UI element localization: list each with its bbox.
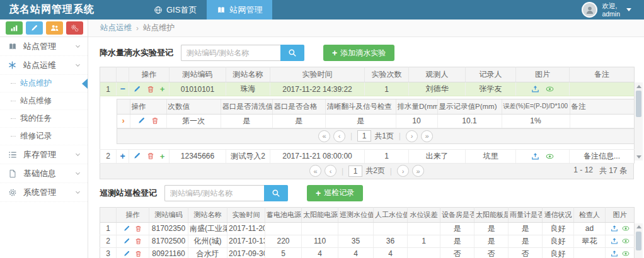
- cell-rain-gauge: 是: [509, 222, 543, 235]
- edit-button[interactable]: [26, 21, 43, 35]
- sidebar-item-my-tasks[interactable]: 我的任务: [0, 110, 88, 128]
- upload-icon[interactable]: [611, 237, 618, 245]
- edit-icon[interactable]: [134, 86, 141, 93]
- scroll-up-arrow[interactable]: [635, 223, 643, 231]
- edit-icon[interactable]: [124, 250, 130, 257]
- caret-down-icon[interactable]: [626, 8, 631, 11]
- patrol-search-input[interactable]: [164, 185, 264, 201]
- prev-page-button[interactable]: ‹: [325, 165, 336, 177]
- add-sub-record-icon[interactable]: +: [160, 152, 165, 160]
- edit-icon[interactable]: [124, 225, 130, 232]
- table-row: 1 − + 01010101 珠海 2017-11-22 14:39:22 1 …: [100, 82, 635, 96]
- sidebar-item-label: 基础信息: [23, 168, 56, 179]
- nav-station-manage[interactable]: 站网管理: [207, 0, 272, 20]
- cell-test-time: 2017-11-21 08:00:00: [270, 149, 365, 163]
- upload-icon[interactable]: [611, 250, 618, 257]
- cell-solar: 4: [302, 247, 338, 258]
- next-page-button[interactable]: ›: [406, 130, 418, 142]
- add-patrol-record-button[interactable]: + 巡检记录: [307, 185, 363, 201]
- cell-station-name: 化州(城): [188, 235, 227, 247]
- col-station-name: 测站名称: [188, 207, 227, 222]
- user-menu[interactable]: 欢迎, admin: [582, 0, 644, 20]
- stats-button[interactable]: [6, 21, 23, 35]
- trash-icon[interactable]: [151, 117, 159, 125]
- eye-icon[interactable]: [622, 237, 630, 245]
- cell-station-code: 80921160: [149, 247, 188, 258]
- chevron-down-icon: [74, 151, 81, 158]
- tree-dash: [11, 101, 16, 101]
- cell-rain-gauge: 否: [509, 247, 543, 258]
- breadcrumb-parent[interactable]: 站点运维: [100, 23, 132, 33]
- cell-washed: 是: [221, 114, 272, 128]
- last-page-button[interactable]: »: [421, 130, 433, 142]
- search-button[interactable]: [280, 45, 304, 61]
- eye-icon[interactable]: [622, 250, 630, 257]
- eye-icon[interactable]: [622, 225, 630, 232]
- cell-manual: 4: [374, 247, 408, 258]
- trash-icon[interactable]: [135, 250, 142, 257]
- trash-icon[interactable]: [147, 152, 154, 160]
- last-page-button[interactable]: »: [412, 165, 424, 177]
- sidebar-item-system[interactable]: 系统管理: [0, 183, 88, 202]
- sidebar-item-repair-records[interactable]: 维修记录: [0, 128, 88, 145]
- chevron-down-icon: [74, 43, 81, 50]
- scrollbar-thumb[interactable]: [636, 91, 641, 117]
- scrollbar-thumb[interactable]: [636, 232, 641, 250]
- collapse-row-toggle[interactable]: −: [120, 84, 125, 94]
- expand-row-toggle[interactable]: +: [120, 151, 125, 161]
- scroll-up-arrow[interactable]: [635, 82, 643, 90]
- add-drip-test-button[interactable]: + 添加滴水实验: [323, 45, 394, 61]
- sidebar-item-label: 系统管理: [23, 187, 56, 198]
- sidebar-item-station-ops[interactable]: 站点运维: [0, 56, 88, 75]
- col-test-count: 实验次数: [365, 67, 409, 82]
- trash-icon[interactable]: [135, 238, 142, 245]
- users-button[interactable]: [46, 21, 63, 35]
- subcol-signal-check: 清晰翻斗及信号检查: [325, 99, 396, 114]
- cell-station-name: 合水圩: [188, 247, 227, 258]
- cell-station-code: 01010101: [170, 82, 226, 96]
- next-page-button[interactable]: ›: [397, 165, 409, 177]
- scroll-down-arrow[interactable]: [635, 153, 643, 160]
- sidebar-item-label: 站点运维: [23, 60, 56, 71]
- page-number-box[interactable]: 1: [357, 130, 371, 142]
- page-number-box[interactable]: 1: [348, 165, 362, 177]
- search-button[interactable]: [264, 185, 288, 201]
- edit-icon[interactable]: [124, 238, 130, 245]
- col-station-code: 测站编码: [149, 207, 188, 222]
- subcol-drain: 排水量D(mm): [396, 99, 437, 114]
- edit-icon[interactable]: [138, 117, 146, 125]
- col-picture: 图片: [516, 67, 570, 82]
- chevron-down-icon: [74, 170, 81, 177]
- trash-icon[interactable]: [135, 225, 142, 232]
- sidebar-item-station-repair[interactable]: 站点维修: [0, 93, 88, 110]
- cell-recorder: 坑里: [466, 149, 516, 163]
- add-sub-record-icon[interactable]: +: [160, 85, 165, 93]
- vertical-scrollbar[interactable]: [635, 82, 643, 160]
- col-operation: 操作: [129, 67, 170, 82]
- top-nav: GIS首页 站网管理: [144, 0, 272, 20]
- nav-gis-home[interactable]: GIS首页: [144, 0, 207, 20]
- settings-button[interactable]: [66, 21, 83, 35]
- sidebar-item-base-info[interactable]: 基础信息: [0, 164, 88, 183]
- edit-icon[interactable]: [134, 152, 141, 160]
- prev-page-button[interactable]: ‹: [333, 130, 345, 142]
- sidebar-item-inventory[interactable]: 库存管理: [0, 145, 88, 164]
- upload-icon[interactable]: [531, 85, 539, 93]
- trash-icon[interactable]: [147, 86, 154, 93]
- vertical-scrollbar[interactable]: [635, 223, 643, 258]
- first-page-button[interactable]: «: [309, 165, 321, 177]
- cell-manual: [374, 222, 408, 235]
- upload-icon[interactable]: [611, 225, 618, 232]
- upload-icon[interactable]: [531, 152, 539, 160]
- eye-icon[interactable]: [546, 85, 554, 93]
- sidebar-item-station-management[interactable]: 站点管理: [0, 37, 88, 56]
- cell-inspector: 翠花: [574, 235, 606, 247]
- station-search-input[interactable]: [181, 45, 280, 61]
- eye-icon[interactable]: [546, 152, 554, 160]
- first-page-button[interactable]: «: [318, 130, 330, 142]
- cell-observer: 出来了: [409, 149, 466, 163]
- section1-title: 降水量滴水实验登记: [100, 47, 173, 59]
- table-row: 2 + + 12345666 测试导入2 2017-11-21 08:00:00…: [100, 149, 635, 163]
- sub-row-arrow-icon[interactable]: ›: [122, 116, 125, 125]
- sidebar-item-station-maintain[interactable]: 站点维护: [0, 75, 88, 93]
